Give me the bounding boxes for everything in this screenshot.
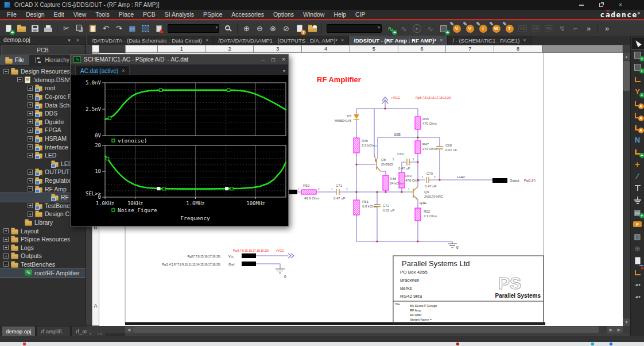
toolbar-expander-1-button[interactable]: ◄▾ (631, 279, 644, 290)
pspice-close-button[interactable]: × (282, 56, 285, 63)
select-area-button[interactable] (139, 22, 152, 34)
place-pin-button[interactable]: ▥ (631, 230, 644, 242)
zoom-fit-button[interactable]: ⊗ (267, 22, 279, 34)
place-auto-wire-bus-button[interactable]: A (631, 122, 644, 133)
current-differential-marker-button[interactable]: CD (530, 22, 542, 34)
panel-dropdown-icon[interactable]: ▾ (65, 37, 73, 43)
create-netlist-button[interactable]: + (437, 22, 449, 34)
minimize-button[interactable] (577, 2, 585, 9)
design-rules-check-button[interactable] (153, 22, 165, 34)
close-button[interactable]: × (616, 2, 624, 9)
paste-button[interactable] (87, 22, 99, 34)
menu-design[interactable]: Design (21, 10, 49, 18)
resistor-r46[interactable] (354, 138, 359, 153)
tree-expander-icon[interactable]: − (3, 262, 9, 267)
close-tab-icon[interactable]: × (341, 37, 344, 43)
tree-expander-icon[interactable]: − (3, 69, 9, 74)
document-tab-data-data-daamp1[interactable]: /DATA/DATA/DAAMP1 - (OUTPUTS : D/A, AMP)… (214, 36, 349, 45)
print-button[interactable] (42, 22, 54, 34)
sidebar-item-logs[interactable]: +Logs (0, 243, 86, 252)
tree-expander-icon[interactable]: + (28, 144, 33, 149)
power-differential-marker-button[interactable]: PD (543, 22, 555, 34)
tree-expander-icon[interactable]: + (28, 119, 33, 124)
search-button[interactable] (222, 22, 234, 34)
pspice-tab-close-icon[interactable]: × (122, 68, 125, 74)
place-part-button[interactable]: + (631, 49, 644, 61)
new-simulation-profile-button[interactable]: ∿+ (385, 22, 397, 34)
menu-options[interactable]: Options (269, 10, 298, 18)
scroll-right-end-icon[interactable]: ▶ (615, 326, 623, 333)
port-gnd[interactable] (242, 262, 256, 266)
sidebar-item-testbenches[interactable]: −TestBenches (0, 260, 86, 269)
toolbar-expander-2-button[interactable]: ◄▾ (631, 291, 644, 302)
undo-button[interactable]: ↶ (100, 22, 112, 34)
save-design-button[interactable] (29, 22, 41, 34)
power-marker-button[interactable]: W (490, 22, 502, 34)
tree-expander-icon[interactable]: + (3, 237, 9, 242)
zoom-in-button[interactable]: ⊕ (240, 22, 253, 34)
resistor-r52[interactable] (415, 208, 421, 221)
search-input[interactable] (168, 24, 219, 33)
scroll-up-icon[interactable]: ▲ (623, 53, 630, 60)
panel-tab-file[interactable]: File (0, 55, 29, 65)
diode-d5[interactable] (354, 114, 359, 120)
new-design-button[interactable]: + (2, 22, 14, 34)
tree-expander-icon[interactable]: + (28, 212, 33, 217)
tree-expander-icon[interactable]: + (28, 86, 33, 91)
menu-cip[interactable]: CIP (351, 10, 370, 18)
scroll-left-icon[interactable]: ◀ (125, 326, 133, 333)
tree-expander-icon[interactable]: + (28, 170, 33, 175)
scroll-right-icon[interactable]: ▶ (607, 326, 615, 333)
tree-expander-icon[interactable]: − (28, 186, 33, 191)
simulation-profile-input[interactable] (327, 24, 382, 33)
tree-expander-icon[interactable]: + (3, 245, 9, 250)
place-bus-button[interactable]: + (631, 146, 644, 157)
vertical-scroll-thumb[interactable] (623, 61, 630, 91)
voltage-level-marker-button[interactable]: V (464, 22, 476, 34)
temperature-marker-button[interactable]: T (503, 22, 515, 34)
redo-button[interactable]: ↷ (113, 22, 125, 34)
tree-expander-icon[interactable]: + (28, 136, 33, 141)
resistor-r50[interactable] (301, 190, 316, 194)
port-vcc[interactable] (242, 253, 256, 258)
panel-close-icon[interactable]: × (73, 37, 82, 43)
cut-button[interactable]: ✂ (60, 22, 72, 34)
session-tab-rf-amplifi[interactable]: rf amplifi... (36, 326, 71, 336)
tree-expander-icon[interactable]: + (28, 111, 33, 116)
pspice-minimize-button[interactable]: – (262, 56, 265, 63)
menu-edit[interactable]: Edit (49, 10, 69, 18)
horizontal-scroll-thumb[interactable] (133, 326, 599, 333)
document-tab-schematic1[interactable]: / - (SCHEMATIC1 : PAGE1)× (448, 36, 531, 45)
menu-help[interactable]: Help (329, 10, 351, 18)
open-design-button[interactable] (15, 22, 28, 34)
edit-simulation-profile-button[interactable]: ∿ (398, 22, 410, 34)
place-ground-button[interactable] (631, 194, 644, 206)
tree-expander-icon[interactable]: + (3, 253, 9, 259)
schematic-wires[interactable] (256, 97, 492, 269)
current-marker-button[interactable]: I (477, 22, 489, 34)
voltage-differential-marker-button[interactable]: VD (517, 22, 529, 34)
resistor-r49[interactable] (399, 172, 405, 188)
place-no-connect-button[interactable]: × (631, 267, 644, 278)
tree-expander-icon[interactable]: + (28, 102, 33, 107)
tree-expander-icon[interactable]: − (28, 153, 33, 158)
sidebar-item-root-rf-amplifier[interactable]: ∿root/RF Amplifier (0, 268, 86, 277)
toolbar-overflow-2-button[interactable]: » (601, 22, 613, 34)
resistor-r45[interactable] (415, 117, 421, 129)
close-tab-icon[interactable]: × (523, 37, 526, 43)
ground-symbols[interactable] (276, 244, 457, 273)
menu-view[interactable]: View (69, 10, 91, 18)
tab-ac-dat[interactable]: AC.dat (active) × (75, 66, 130, 75)
place-netgroup-button[interactable]: N (631, 134, 644, 145)
sidebar-item-pspice-resources[interactable]: +PSpice Resources (0, 235, 86, 244)
place-auto-wire-multipoint-button[interactable]: A (631, 110, 644, 121)
pspice-maximize-button[interactable]: □ (271, 56, 275, 63)
autorun-simulation-button[interactable]: ↯ (556, 22, 568, 34)
voltage-marker-button[interactable]: V (451, 22, 463, 34)
scroll-down-icon[interactable]: ▼ (623, 318, 630, 326)
place-port-button[interactable]: P (631, 218, 644, 230)
pspice-plot[interactable]: 5.0nV2.5nV0Vv(onoise)201001.0KHz10KHz1.0… (71, 75, 288, 226)
select-tool-button[interactable] (631, 37, 644, 49)
tree-expander-icon[interactable]: − (17, 77, 22, 82)
menu-pspice[interactable]: PSpice (199, 10, 227, 18)
